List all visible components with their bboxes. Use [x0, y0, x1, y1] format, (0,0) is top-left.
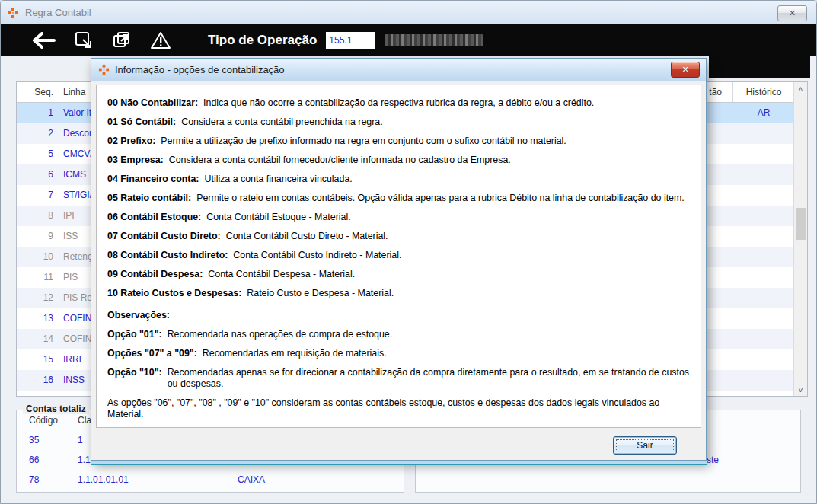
option-line: 03 Empresa:Considera a conta contábil fo…: [107, 155, 690, 166]
cell-historico: [733, 164, 794, 185]
note-label: Opção "01":: [107, 329, 162, 340]
cell-historico: [733, 349, 794, 370]
option-label: 08 Contábil Custo Indireto:: [107, 250, 228, 261]
cell-historico: [733, 123, 794, 144]
warning-button[interactable]: [150, 30, 171, 50]
option-label: 07 Contábil Custo Direto:: [107, 231, 221, 242]
option-text: Conta Contábil Custo Direto - Material.: [226, 231, 690, 242]
cell-historico: [733, 267, 794, 288]
header-codigo: Código: [29, 415, 58, 426]
option-label: 04 Financeiro conta:: [107, 174, 199, 185]
option-text: Conta Contábil Despesa - Material.: [208, 269, 690, 280]
option-text: Rateio Custo e Despesa - Material.: [247, 288, 690, 299]
cell-seq: 6: [17, 164, 57, 185]
option-text: Conta Contábil Custo Indireto - Material…: [233, 250, 690, 261]
option-line: 08 Contábil Custo Indireto:Conta Contábi…: [107, 250, 690, 261]
note-text: Recomendadas em requisição de materiais.: [203, 348, 690, 359]
cell-seq: 15: [17, 349, 57, 370]
note-text: Recomendada nas operações de compra de e…: [168, 329, 690, 340]
cell-historico: AR: [733, 103, 794, 123]
scroll-up-arrow[interactable]: ˄: [794, 82, 807, 95]
app-icon: [7, 7, 19, 19]
warning-triangle-icon: [150, 30, 171, 50]
note-label: Opções "07" a "09":: [107, 348, 197, 359]
dialog-footer-note: As opções "06", "07", "08" , "09" e "10"…: [107, 397, 690, 420]
option-line: 10 Rateio Custos e Despesas:Rateio Custo…: [107, 288, 690, 299]
vertical-scrollbar[interactable]: ˄ ˅: [793, 82, 807, 396]
cell-classificacao: 1.1.01.01.01: [78, 470, 129, 490]
cell-nome: CAIXA: [238, 470, 265, 490]
option-text: Conta Contábil Estoque - Material.: [206, 212, 690, 223]
scrollbar-thumb[interactable]: [796, 208, 806, 240]
operation-type-input[interactable]: [326, 32, 375, 49]
window-title: Regra Contabil: [25, 7, 91, 18]
option-label: 10 Rateio Custos e Despesas:: [107, 288, 241, 299]
back-button[interactable]: [31, 32, 56, 49]
option-label: 00 Não Contabilizar:: [107, 97, 198, 109]
cell-historico: [733, 288, 794, 308]
cell-seq: 5: [17, 144, 57, 164]
option-line: 07 Contábil Custo Direto:Conta Contábil …: [107, 231, 690, 242]
note-line: Opções "07" a "09":Recomendadas em requi…: [107, 348, 690, 359]
option-text: Considera a conta contábil preenchida na…: [181, 116, 690, 128]
option-line: 06 Contábil Estoque:Conta Contábil Estoq…: [107, 212, 690, 223]
toolbar: Tipo de Operação: [1, 24, 816, 56]
window-titlebar: Regra Contabil ✕: [1, 1, 816, 25]
copy-in-icon: [74, 30, 94, 50]
info-dialog: Informação - opções de contabilização ✕ …: [91, 58, 707, 461]
contas-panel-title: Contas totaliz: [23, 404, 89, 414]
dark-panel: [709, 56, 810, 78]
cell-seq: 11: [17, 267, 57, 288]
option-text: Utiliza a conta financeira vinculada.: [205, 174, 691, 185]
cell-historico: [733, 185, 794, 206]
cell-seq: 9: [17, 226, 57, 247]
scroll-down-arrow[interactable]: ˅: [794, 383, 807, 396]
cell-seq: 13: [17, 308, 57, 329]
note-line: Opção "10":Recomendadas apenas se for di…: [107, 367, 690, 390]
dialog-app-icon: [98, 64, 110, 75]
cell-codigo: 78: [29, 470, 39, 490]
operation-type-label: Tipo de Operação: [208, 33, 317, 48]
dialog-notes: Opção "01":Recomendada nas operações de …: [107, 329, 690, 390]
cell-seq: 2: [17, 123, 57, 144]
list-item[interactable]: 781.1.01.01.01CAIXA: [17, 470, 404, 490]
cell-historico: [733, 370, 794, 391]
option-line: 00 Não Contabilizar:Indica que não ocorr…: [107, 97, 690, 109]
sair-button[interactable]: Sair: [613, 436, 677, 455]
dialog-content: 00 Não Contabilizar:Indica que não ocorr…: [96, 85, 701, 428]
cell-codigo: 35: [29, 430, 39, 450]
option-line: 05 Rateio contábil:Permite o rateio em c…: [107, 193, 690, 204]
cell-seq: 14: [17, 329, 57, 349]
cell-classificacao: 1: [78, 430, 83, 450]
copy-out-button[interactable]: [112, 30, 132, 50]
option-line: 01 Só Contábil:Considera a conta contábi…: [107, 116, 690, 128]
option-label: 09 Contábil Despesa:: [107, 269, 203, 280]
redacted-operation-name: [385, 34, 483, 46]
option-label: 06 Contábil Estoque:: [107, 212, 201, 223]
cell-codigo: 66: [29, 450, 39, 470]
copy-in-button[interactable]: [74, 30, 94, 50]
option-label: 03 Empresa:: [107, 155, 164, 166]
cell-seq: 12: [17, 288, 57, 308]
cell-historico: [733, 226, 794, 247]
back-arrow-icon: [31, 32, 56, 49]
window-close-button[interactable]: ✕: [777, 5, 807, 21]
cell-seq: 1: [17, 103, 57, 123]
dialog-close-button[interactable]: ✕: [671, 62, 700, 78]
regra-contabil-window: Regra Contabil ✕: [0, 0, 817, 504]
note-text: Recomendadas apenas se for direcionar a …: [168, 367, 690, 390]
cell-seq: 8: [17, 206, 57, 226]
dialog-titlebar: Informação - opções de contabilização ✕: [91, 59, 706, 81]
option-text: Indica que não ocorre a contabilização d…: [203, 97, 690, 109]
header-seq: Seq.: [17, 82, 57, 102]
option-label: 02 Prefixo:: [107, 136, 155, 147]
cell-historico: [733, 308, 794, 329]
cell-seq: 10: [17, 247, 57, 267]
option-label: 01 Só Contábil:: [107, 116, 176, 128]
option-text: Permite o rateio em contas contábeis. Op…: [196, 193, 690, 204]
option-text: Considera a conta contábil fornecedor/cl…: [169, 155, 690, 166]
copy-out-icon: [112, 30, 132, 50]
cell-historico: [733, 144, 794, 164]
cell-historico: [733, 247, 794, 267]
note-line: Opção "01":Recomendada nas operações de …: [107, 329, 690, 340]
